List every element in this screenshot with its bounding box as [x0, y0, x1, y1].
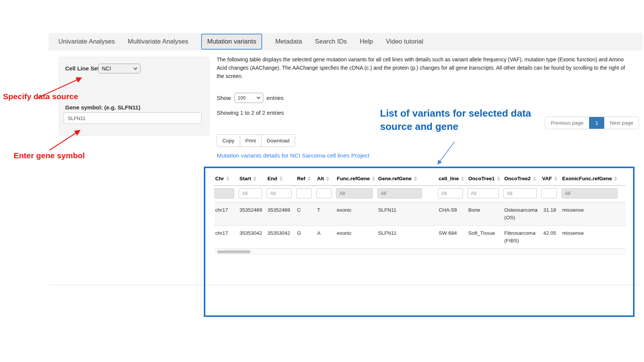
cell-cell-line: SW 684	[438, 226, 467, 249]
table-header-row: Chr Start End Ref Alt Func.refGene Gene.…	[214, 173, 626, 186]
export-button-group: Copy Print Download	[217, 134, 295, 147]
chevron-down-icon	[134, 66, 138, 70]
cell-start: 35353042	[239, 226, 267, 249]
table-filter-row	[214, 186, 626, 203]
cell-vaf: 42.05	[541, 226, 561, 249]
horizontal-scrollbar-track[interactable]	[214, 248, 626, 254]
column-label: VAF	[542, 176, 552, 181]
sort-icon	[533, 176, 536, 181]
tab-metadata[interactable]: Metadata	[275, 38, 302, 45]
column-header-oncotree2[interactable]: OncoTree2	[503, 173, 541, 186]
sort-icon	[554, 176, 557, 181]
table-row[interactable]: chr17 35352469 35352469 C T exonic SLFN1…	[214, 203, 626, 226]
show-entries-row: Show 100 entries	[217, 93, 284, 103]
tab-mutation-variants[interactable]: Mutation variants	[201, 34, 262, 50]
column-label: OncoTree2	[504, 176, 531, 181]
table-row[interactable]: chr17 35353042 35353042 G A exonic SLFN1…	[214, 226, 626, 249]
cell-alt: A	[316, 226, 336, 249]
print-button[interactable]: Print	[240, 135, 261, 147]
sort-icon	[614, 176, 617, 181]
page-length-select[interactable]: 100	[234, 93, 263, 103]
sort-icon	[372, 176, 375, 181]
column-label: Gene.refGene	[378, 176, 412, 181]
tab-multivariate-analyses[interactable]: Multivariate Analyses	[128, 38, 188, 45]
cell-end: 35352469	[267, 203, 296, 226]
cell-exonicfunc: missense	[561, 203, 626, 226]
column-label: Chr	[215, 176, 224, 181]
column-label: Func.refGene	[337, 176, 370, 181]
column-header-alt[interactable]: Alt	[316, 173, 336, 186]
cell-vaf: 31.18	[541, 203, 561, 226]
column-header-start[interactable]: Start	[239, 173, 267, 186]
column-header-exonicfunc-refgene[interactable]: ExonicFunc.refGene	[561, 173, 626, 186]
filter-start[interactable]	[239, 188, 262, 198]
filter-gene-refgene[interactable]	[377, 188, 422, 198]
sort-icon	[497, 176, 500, 181]
variants-table-annotation-box: Chr Start End Ref Alt Func.refGene Gene.…	[204, 167, 635, 317]
showing-entries-info: Showing 1 to 2 of 2 entries	[217, 109, 284, 116]
column-header-end[interactable]: End	[267, 173, 296, 186]
copy-button[interactable]: Copy	[217, 135, 240, 147]
filter-vaf[interactable]	[541, 188, 557, 198]
sort-icon	[253, 176, 256, 181]
cell-func-refgene: exonic	[336, 203, 377, 226]
column-label: Start	[239, 176, 251, 181]
filter-exonicfunc-refgene[interactable]	[561, 188, 617, 198]
tab-search-ids[interactable]: Search IDs	[315, 38, 347, 45]
cell-line-set-value: NCI	[102, 66, 111, 72]
filter-chr[interactable]	[214, 188, 234, 198]
gene-symbol-input[interactable]	[64, 112, 202, 124]
download-button[interactable]: Download	[261, 135, 295, 147]
column-header-oncotree1[interactable]: OncoTree1	[467, 173, 503, 186]
next-page-button[interactable]: Next page	[604, 117, 639, 129]
chevron-down-icon	[256, 95, 260, 99]
entries-label: entries	[267, 95, 284, 101]
cell-oncotree1: Soft_Tissue	[467, 226, 503, 249]
filter-end[interactable]	[267, 188, 292, 198]
cell-oncotree1: Bone	[467, 203, 503, 226]
cell-line-set-select[interactable]: NCI	[98, 64, 141, 73]
cell-alt: T	[316, 203, 336, 226]
column-header-cell-line[interactable]: cell_line	[438, 173, 467, 186]
filter-oncotree1[interactable]	[467, 188, 499, 198]
horizontal-scrollbar-thumb[interactable]	[217, 250, 250, 253]
tab-univariate-analyses[interactable]: Univariate Analyses	[58, 38, 115, 45]
gene-symbol-label: Gene symbol: (e.g. SLFN11)	[65, 104, 140, 111]
cell-oncotree2: Fibrosarcoma (FIBS)	[503, 226, 541, 249]
cell-func-refgene: exonic	[336, 226, 377, 249]
current-page-button[interactable]: 1	[589, 117, 604, 129]
filter-ref[interactable]	[296, 188, 312, 198]
sort-icon	[326, 176, 329, 181]
cell-exonicfunc: missense	[561, 226, 626, 249]
column-header-func-refgene[interactable]: Func.refGene	[336, 173, 377, 186]
variants-table: Chr Start End Ref Alt Func.refGene Gene.…	[214, 173, 626, 254]
sidebar-input-panel: Cell Line Set NCI Gene symbol: (e.g. SLF…	[59, 57, 209, 136]
cell-end: 35353042	[267, 226, 296, 249]
column-header-ref[interactable]: Ref	[296, 173, 316, 186]
column-label: OncoTree1	[468, 176, 495, 181]
column-label: Ref	[297, 176, 305, 181]
sort-icon	[226, 176, 229, 181]
column-label: ExonicFunc.refGene	[562, 176, 612, 181]
previous-page-button[interactable]: Previous page	[545, 117, 589, 129]
sort-icon	[308, 176, 311, 181]
column-header-gene-refgene[interactable]: Gene.refGene	[377, 173, 438, 186]
filter-cell-line[interactable]	[438, 188, 463, 198]
column-label: cell_line	[439, 176, 459, 181]
tab-help[interactable]: Help	[360, 38, 373, 45]
column-header-vaf[interactable]: VAF	[541, 173, 561, 186]
cell-cell-line: CHA-59	[438, 203, 467, 226]
filter-oncotree2[interactable]	[503, 188, 537, 198]
tab-video-tutorial[interactable]: Video tutorial	[386, 38, 423, 45]
description-text: The following table displays the selecte…	[217, 55, 626, 80]
table-title-link[interactable]: Mutation variants details for NCI Sarcom…	[217, 152, 369, 159]
column-header-chr[interactable]: Chr	[214, 173, 239, 186]
annotation-variants-line1: List of variants for selected data	[380, 107, 531, 120]
sort-icon	[461, 176, 464, 181]
cell-start: 35352469	[239, 203, 267, 226]
cell-ref: G	[296, 226, 316, 249]
filter-alt[interactable]	[316, 188, 331, 198]
cell-ref: C	[296, 203, 316, 226]
filter-func-refgene[interactable]	[336, 188, 373, 198]
sort-icon	[280, 176, 283, 181]
